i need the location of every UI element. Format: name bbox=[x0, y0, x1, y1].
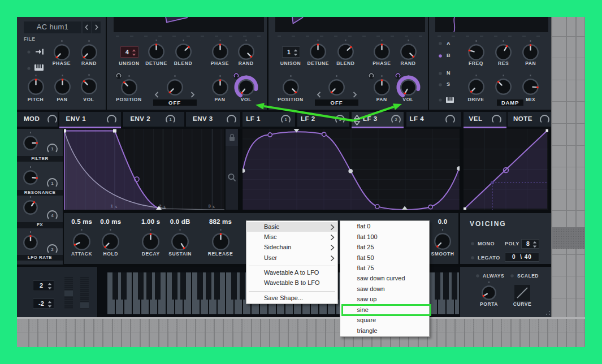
svg-text:1: 1 bbox=[51, 181, 54, 186]
svg-text:1: 1 bbox=[51, 146, 54, 151]
svg-text:3: 3 bbox=[208, 203, 211, 209]
svg-text:4: 4 bbox=[51, 213, 54, 218]
svg-text:1: 1 bbox=[170, 117, 172, 122]
